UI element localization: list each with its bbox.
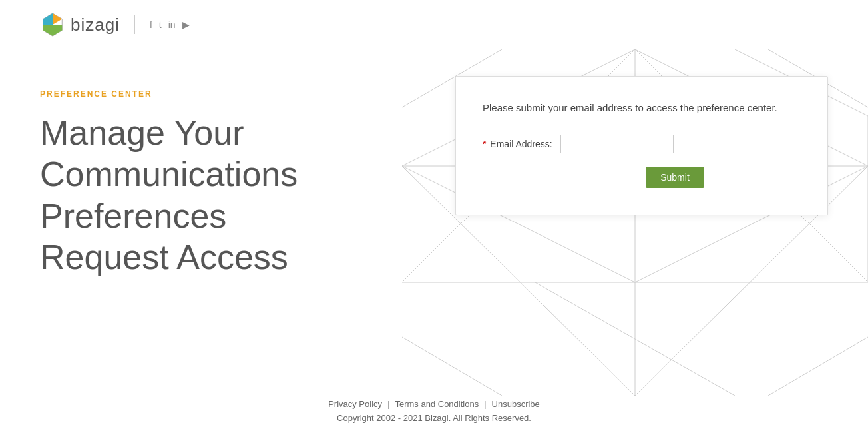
footer-sep-1: | (387, 399, 389, 409)
email-form-row: * Email Address: (483, 135, 801, 153)
linkedin-icon[interactable]: in (168, 19, 176, 30)
logo-divider (134, 15, 135, 34)
social-icons: f t in ▶ (150, 19, 190, 30)
terms-conditions-link[interactable]: Terms and Conditions (395, 399, 479, 409)
right-section: Please submit your email address to acce… (455, 76, 828, 396)
heading-line1: Manage Your (40, 113, 244, 152)
card-description: Please submit your email address to acce… (483, 101, 801, 116)
facebook-icon[interactable]: f (150, 19, 152, 30)
heading-line2: Communications Preferences (40, 155, 298, 234)
youtube-icon[interactable]: ▶ (182, 19, 190, 30)
footer-links: Privacy Policy | Terms and Conditions | … (0, 399, 868, 409)
footer-copyright: Copyright 2002 - 2021 Bizagi. All Rights… (0, 413, 868, 423)
logo-text: bizagi (71, 15, 120, 35)
heading-line3: Request Access (40, 238, 288, 276)
preference-card: Please submit your email address to acce… (455, 76, 828, 215)
main-heading: Manage Your Communications Preferences R… (40, 112, 455, 278)
left-section: PREFERENCE CENTER Manage Your Communicat… (40, 76, 455, 396)
privacy-policy-link[interactable]: Privacy Policy (328, 399, 382, 409)
logo-container: bizagi f t in ▶ (40, 12, 190, 37)
footer: Privacy Policy | Terms and Conditions | … (0, 399, 868, 423)
unsubscribe-link[interactable]: Unsubscribe (492, 399, 540, 409)
submit-row: Submit (549, 167, 801, 188)
submit-button[interactable]: Submit (646, 167, 704, 188)
email-label: * Email Address: (483, 139, 552, 149)
email-input[interactable] (560, 135, 674, 153)
header: bizagi f t in ▶ (0, 0, 868, 49)
twitter-icon[interactable]: t (159, 19, 162, 30)
required-star: * (483, 139, 486, 149)
bizagi-logo-icon (40, 12, 65, 37)
preference-center-label: PREFERENCE CENTER (40, 89, 455, 99)
main-content: .geo-line { stroke: #ccc; stroke-width: … (0, 49, 868, 396)
footer-sep-2: | (484, 399, 486, 409)
